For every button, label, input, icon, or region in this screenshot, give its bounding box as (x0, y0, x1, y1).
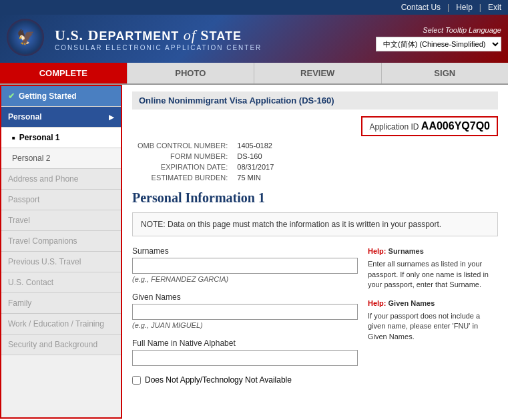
sidebar-label-family: Family (8, 298, 31, 308)
top-bar: Contact Us | Help | Exit (0, 0, 508, 15)
sidebar-label-personal2: Personal 2 (12, 154, 50, 163)
header: 🦅 U.S. DEPARTMENT of STATE Consular Elec… (0, 15, 508, 63)
surnames-label: Surnames (132, 246, 358, 256)
native-name-label: Full Name in Native Alphabet (132, 339, 358, 348)
sidebar-label-work-education: Work / Education / Training (8, 319, 104, 329)
tab-sign[interactable]: SIGN (382, 63, 509, 83)
sidebar: ✔ Getting Started Personal ■ Personal 1 … (0, 85, 122, 419)
does-not-apply-row: Does Not Apply/Technology Not Available (132, 375, 358, 385)
form-label: FORM NUMBER: (134, 152, 232, 161)
sidebar-label-prev-travel: Previous U.S. Travel (8, 257, 81, 266)
tab-complete[interactable]: COMPLETE (0, 63, 128, 83)
burden-label: ESTIMATED BURDEN: (134, 173, 232, 182)
sidebar-label-security: Security and Background (8, 340, 97, 349)
page-title: Online Nonimmigrant Visa Application (DS… (139, 95, 334, 106)
sidebar-label-personal: Personal (8, 112, 42, 122)
main-layout: ✔ Getting Started Personal ■ Personal 1 … (0, 85, 508, 419)
tab-review[interactable]: REVIEW (254, 63, 382, 83)
app-id-box: Application ID AA006YQ7Q0 (361, 116, 498, 136)
sidebar-label-passport: Passport (8, 195, 39, 204)
surnames-input[interactable] (132, 258, 358, 274)
surnames-field-group: Surnames (e.g., FERNANDEZ GARCIA) (132, 246, 358, 283)
help-col: Help: Surnames Enter all surnames as lis… (368, 246, 498, 385)
help-surnames-text: Enter all surnames as listed in your pas… (368, 259, 498, 290)
given-names-label: Given Names (132, 292, 358, 302)
section-heading: Personal Information 1 (132, 190, 498, 206)
sidebar-item-personal1[interactable]: ■ Personal 1 (1, 128, 121, 148)
help-given-names-text: If your passport does not include a give… (368, 311, 498, 342)
help-surnames-heading: Help: Surnames (368, 246, 498, 256)
given-names-field-group: Given Names (e.g., JUAN MIGUEL) (132, 292, 358, 329)
burden-value: 75 MIN (233, 173, 278, 182)
bullet-icon: ■ (12, 135, 15, 141)
form-fields-col: Surnames (e.g., FERNANDEZ GARCIA) Given … (132, 246, 358, 385)
help-surnames: Help: Surnames Enter all surnames as lis… (368, 246, 498, 290)
sidebar-item-security: Security and Background (1, 335, 121, 355)
form-meta-table: OMB CONTROL NUMBER: 1405-0182 FORM NUMBE… (132, 140, 279, 184)
sidebar-item-address: Address and Phone (1, 169, 121, 190)
tab-photo[interactable]: PHOTO (128, 63, 255, 83)
note-text: NOTE: Data on this page must match the i… (141, 220, 441, 229)
form-meta: OMB CONTROL NUMBER: 1405-0182 FORM NUMBE… (132, 140, 498, 184)
help-given-names: Help: Given Names If your passport does … (368, 298, 498, 343)
header-right: Select Tooltip Language 中文(简体) (Chinese-… (376, 26, 501, 51)
exit-link[interactable]: Exit (488, 3, 501, 12)
header-title-block: U.S. DEPARTMENT of STATE Consular Electr… (55, 27, 262, 51)
sidebar-item-passport: Passport (1, 190, 121, 210)
page-title-bar: Online Nonimmigrant Visa Application (DS… (132, 91, 498, 110)
help-link[interactable]: Help (456, 3, 473, 12)
contact-us-link[interactable]: Contact Us (401, 3, 441, 12)
form-two-col: Surnames (e.g., FERNANDEZ GARCIA) Given … (132, 246, 498, 385)
sidebar-item-family: Family (1, 293, 121, 314)
agency-subtitle: Consular Electronic Application Center (55, 44, 262, 51)
sidebar-item-work-education: Work / Education / Training (1, 314, 121, 335)
agency-title: U.S. DEPARTMENT of STATE (55, 27, 262, 44)
help-given-names-heading-text: Given Names (389, 299, 435, 307)
native-name-field-group: Full Name in Native Alphabet (132, 339, 358, 366)
check-icon: ✔ (8, 91, 15, 101)
tooltip-language-label: Select Tooltip Language (423, 26, 501, 34)
exp-value: 08/31/2017 (233, 162, 278, 172)
seal-icon: 🦅 (7, 19, 44, 56)
sidebar-item-personal2[interactable]: Personal 2 (1, 148, 121, 169)
sidebar-item-travel-companions: Travel Companions (1, 231, 121, 252)
sidebar-item-travel: Travel (1, 210, 121, 231)
help-given-names-heading: Help: Given Names (368, 298, 498, 308)
native-name-input[interactable] (132, 350, 358, 366)
note-box: NOTE: Data on this page must match the i… (132, 212, 498, 236)
sidebar-item-prev-travel: Previous U.S. Travel (1, 252, 121, 272)
surnames-hint: (e.g., FERNANDEZ GARCIA) (132, 275, 358, 283)
does-not-apply-label: Does Not Apply/Technology Not Available (145, 375, 292, 385)
omb-value: 1405-0182 (233, 141, 278, 150)
language-select[interactable]: 中文(简体) (Chinese-Simplified) English Espa… (376, 37, 501, 51)
sidebar-label-travel: Travel (8, 216, 30, 225)
app-id-value: AA006YQ7Q0 (421, 120, 490, 132)
sidebar-label-address: Address and Phone (8, 174, 78, 184)
logo: 🦅 (7, 19, 47, 59)
given-names-input[interactable] (132, 304, 358, 320)
app-id-label: Application ID (369, 122, 419, 132)
sidebar-item-personal[interactable]: Personal (1, 107, 121, 128)
nav-tabs: COMPLETE PHOTO REVIEW SIGN (0, 63, 508, 85)
sidebar-label-us-contact: U.S. Contact (8, 278, 53, 287)
sidebar-label-travel-companions: Travel Companions (8, 236, 77, 246)
sidebar-item-getting-started[interactable]: ✔ Getting Started (1, 86, 121, 107)
given-names-hint: (e.g., JUAN MIGUEL) (132, 321, 358, 329)
sidebar-label-getting-started: Getting Started (19, 91, 77, 101)
exp-label: EXPIRATION DATE: (134, 162, 232, 172)
content-area: Online Nonimmigrant Visa Application (DS… (122, 85, 508, 419)
help-surnames-heading-text: Surnames (389, 247, 424, 255)
sidebar-label-personal1: Personal 1 (19, 133, 60, 142)
omb-label: OMB CONTROL NUMBER: (134, 141, 232, 150)
does-not-apply-checkbox[interactable] (132, 376, 141, 385)
form-value: DS-160 (233, 152, 278, 161)
sidebar-item-us-contact: U.S. Contact (1, 272, 121, 293)
